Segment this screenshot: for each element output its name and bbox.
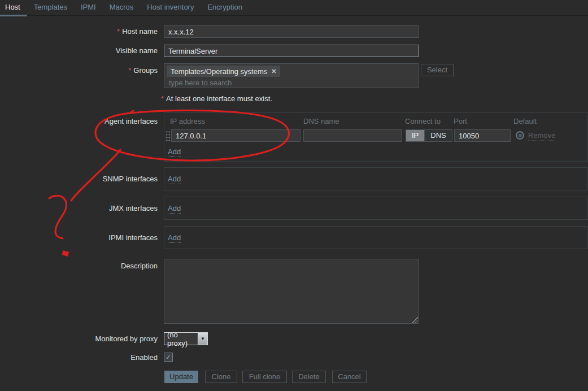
remove-interface-link[interactable]: Remove [528,131,555,141]
col-connect-to: Connect to [405,117,441,125]
visible-name-label: Visible name [0,45,158,57]
col-dns-name: DNS name [303,117,339,125]
tab-encryption[interactable]: Encryption [201,0,249,16]
ipmi-interfaces-box: Add [164,226,588,249]
groups-multiselect[interactable]: Templates/Operating systems ✕ type here … [164,63,419,88]
visible-name-input[interactable] [164,45,419,57]
jmx-add-link[interactable]: Add [168,204,181,214]
full-clone-button[interactable]: Full clone [242,371,287,383]
agent-interfaces-box: IP address DNS name Connect to Port Defa… [164,112,588,162]
ipmi-add-link[interactable]: Add [168,233,181,243]
default-interface-radio[interactable] [516,131,524,140]
group-chip: Templates/Operating systems ✕ [167,66,280,77]
dropdown-arrow-icon[interactable]: ▼ [198,333,207,345]
proxy-select[interactable]: (no proxy) ▼ [164,332,208,345]
textarea-resize-grip[interactable] [412,317,418,323]
groups-label: *Groups [0,64,158,77]
update-button[interactable]: Update [164,371,198,383]
drag-handle-icon[interactable] [165,131,171,141]
snmp-interfaces-label: SNMP interfaces [0,173,158,185]
enabled-checkbox[interactable]: ✓ [164,353,173,362]
col-ip-address: IP address [170,117,205,125]
groups-select-button[interactable]: Select [421,64,454,76]
col-default: Default [513,117,537,125]
radio-dot [519,134,522,137]
chip-remove-icon[interactable]: ✕ [271,68,276,75]
jmx-interfaces-box: Add [164,197,588,220]
host-name-input[interactable] [164,25,419,38]
interface-hint: *At least one interface must exist. [161,94,272,103]
snmp-interfaces-box: Add [164,167,588,190]
agent-interfaces-label: Agent interfaces [0,115,158,128]
clone-button[interactable]: Clone [205,371,237,383]
proxy-selected-value: (no proxy) [164,331,198,347]
proxy-label: Monitored by proxy [0,333,158,345]
tab-macros[interactable]: Macros [103,0,141,16]
ipmi-interfaces-label: IPMI interfaces [0,232,158,244]
host-config-page: Host Templates IPMI Macros Host inventor… [0,0,588,391]
groups-search-placeholder[interactable]: type here to search [169,79,416,87]
required-asterisk: * [128,66,131,75]
group-chip-label: Templates/Operating systems [171,67,267,76]
delete-button[interactable]: Delete [292,371,326,383]
connect-to-toggle: IP DNS [406,129,452,142]
col-port: Port [454,117,467,125]
red-dot-annotation [62,250,69,257]
snmp-add-link[interactable]: Add [168,175,181,184]
agent-ip-input[interactable] [171,129,300,142]
description-textarea[interactable] [164,259,419,324]
tab-host[interactable]: Host [0,0,27,16]
jmx-interfaces-label: JMX interfaces [0,202,158,215]
description-label: Description [0,260,158,272]
tab-ipmi[interactable]: IPMI [74,0,103,16]
agent-add-link[interactable]: Add [168,147,181,157]
host-name-label: *Host name [0,25,158,38]
required-asterisk: * [117,27,120,36]
connect-ip-option[interactable]: IP [406,130,424,141]
cancel-button[interactable]: Cancel [332,371,367,383]
connect-dns-option[interactable]: DNS [424,130,451,141]
enabled-label: Enabled [0,351,158,364]
agent-dns-input[interactable] [303,129,402,142]
required-asterisk: * [161,94,164,103]
tab-host-inventory[interactable]: Host inventory [140,0,201,16]
tab-templates[interactable]: Templates [27,0,74,16]
agent-port-input[interactable] [454,129,511,142]
host-tabs: Host Templates IPMI Macros Host inventor… [0,0,588,16]
